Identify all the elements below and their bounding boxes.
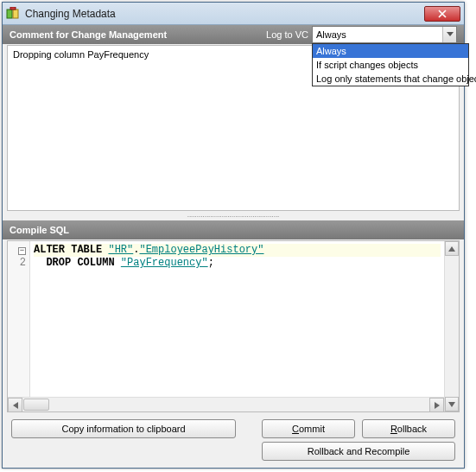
- svg-rect-0: [7, 10, 12, 18]
- dialog-window: Changing Metadata Comment for Change Man…: [2, 2, 465, 469]
- dropdown-value: Always: [316, 29, 442, 40]
- code-content[interactable]: ALTER TABLE "HR"."EmployeePayHistory" DR…: [30, 241, 444, 411]
- horizontal-scrollbar[interactable]: [22, 398, 429, 411]
- horizontal-splitter[interactable]: ········································…: [3, 214, 464, 220]
- scroll-down-icon[interactable]: [445, 397, 459, 411]
- button-row-1: Copy information to clipboard Commit Rol…: [3, 416, 464, 440]
- window-title: Changing Metadata: [25, 8, 424, 20]
- dropdown-option-always[interactable]: Always: [313, 44, 468, 58]
- comment-text: Dropping column PayFrequency: [13, 49, 149, 60]
- dropdown-option-script-changes[interactable]: If script changes objects: [313, 58, 468, 72]
- svg-rect-2: [10, 7, 16, 10]
- rollback-button[interactable]: Rollback: [362, 419, 455, 438]
- button-row-2: Rollback and Recompile: [3, 440, 464, 468]
- vertical-scrollbar[interactable]: [444, 241, 459, 411]
- sql-editor[interactable]: − 2 ALTER TABLE "HR"."EmployeePayHistory…: [7, 240, 460, 412]
- line-number-2: 2: [8, 257, 29, 270]
- titlebar[interactable]: Changing Metadata: [3, 3, 464, 25]
- dropdown-list[interactable]: Always If script changes objects Log onl…: [312, 43, 469, 86]
- grip-icon: ········································…: [187, 215, 280, 219]
- commit-button[interactable]: Commit: [262, 419, 355, 438]
- svg-rect-1: [13, 10, 18, 18]
- editor-gutter: − 2: [8, 241, 30, 411]
- comment-section-header: Comment for Change Management Log to VC …: [3, 25, 464, 44]
- log-to-vc-dropdown[interactable]: Always Always If script changes objects …: [312, 26, 457, 43]
- chevron-down-icon[interactable]: [442, 27, 456, 42]
- copy-info-button[interactable]: Copy information to clipboard: [11, 419, 236, 438]
- code-line-1: ALTER TABLE "HR"."EmployeePayHistory": [34, 244, 441, 257]
- dropdown-option-log-only[interactable]: Log only statements that change objects: [313, 72, 468, 86]
- compile-section-header: Compile SQL: [3, 220, 464, 239]
- close-icon: [438, 10, 447, 18]
- rollback-recompile-button[interactable]: Rollback and Recompile: [262, 442, 455, 461]
- scroll-up-icon[interactable]: [445, 241, 459, 256]
- scroll-left-icon[interactable]: [8, 398, 22, 412]
- log-to-vc-label: Log to VC: [266, 29, 308, 40]
- close-button[interactable]: [424, 6, 460, 22]
- compile-header-label: Compile SQL: [10, 225, 69, 235]
- scroll-right-icon[interactable]: [429, 398, 444, 412]
- app-icon: [6, 7, 20, 21]
- comment-header-label: Comment for Change Management: [10, 29, 167, 40]
- fold-icon[interactable]: −: [18, 247, 26, 255]
- code-line-2: DROP COLUMN "PayFrequency";: [34, 257, 441, 270]
- horizontal-thumb[interactable]: [23, 399, 49, 411]
